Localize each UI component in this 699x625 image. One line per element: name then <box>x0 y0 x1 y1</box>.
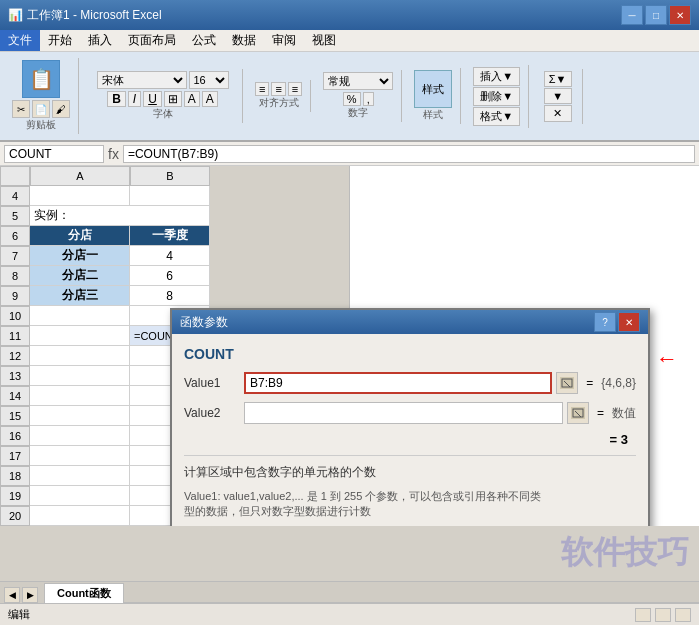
minimize-button[interactable]: ─ <box>621 5 643 25</box>
format-painter-button[interactable]: 🖌 <box>52 100 70 118</box>
sum-button[interactable]: Σ▼ <box>544 71 572 87</box>
title-bar-controls[interactable]: ─ □ ✕ <box>621 5 691 25</box>
dialog-title-text: 函数参数 <box>180 314 228 331</box>
scroll-sheet-left-btn[interactable]: ◀ <box>4 587 20 603</box>
dialog-help-btn[interactable]: ? <box>594 312 616 332</box>
dialog-result-text: = 3 <box>610 432 628 447</box>
maximize-button[interactable]: □ <box>645 5 667 25</box>
cell-a12[interactable] <box>30 346 130 366</box>
percent-button[interactable]: % <box>343 92 361 106</box>
cell-a17[interactable] <box>30 446 130 466</box>
number-format-select[interactable]: 常规 <box>323 72 393 90</box>
formula-input[interactable]: =COUNT(B7:B9) <box>123 145 695 163</box>
excel-icon: 📊 <box>8 8 23 22</box>
name-box[interactable]: COUNT <box>4 145 104 163</box>
cell-a20[interactable] <box>30 506 130 526</box>
dialog-value2-row: Value2 = 数值 <box>184 402 636 424</box>
format-button[interactable]: 格式▼ <box>473 107 520 126</box>
menu-insert[interactable]: 插入 <box>80 30 120 51</box>
row-header-6: 6 <box>0 226 30 246</box>
cell-b4[interactable] <box>130 186 210 206</box>
cell-a11[interactable] <box>30 326 130 346</box>
row-header-20: 20 <box>0 506 30 526</box>
dialog-value-desc-text2: 型的数据，但只对数字型数据进行计数 <box>184 505 371 517</box>
cell-a18[interactable] <box>30 466 130 486</box>
dialog-value2-input[interactable] <box>244 402 563 424</box>
menu-formulas[interactable]: 公式 <box>184 30 224 51</box>
cell-a9[interactable]: 分店三 <box>30 286 130 306</box>
paste-group-label: 剪贴板 <box>26 118 56 132</box>
cell-a7[interactable]: 分店一 <box>30 246 130 266</box>
delete-button[interactable]: 删除▼ <box>473 87 520 106</box>
align-right-button[interactable]: ≡ <box>288 82 302 96</box>
dialog-value1-label: Value1 <box>184 376 244 390</box>
dialog-value1-result: {4,6,8} <box>601 376 636 390</box>
cell-a13[interactable] <box>30 366 130 386</box>
border-button[interactable]: ⊞ <box>164 91 182 107</box>
status-btn1[interactable] <box>635 608 651 622</box>
number-group-label: 数字 <box>348 106 368 120</box>
cell-b7[interactable]: 4 <box>130 246 210 266</box>
menu-review[interactable]: 审阅 <box>264 30 304 51</box>
comma-button[interactable]: , <box>363 92 374 106</box>
dialog-desc-text: 计算区域中包含数字的单元格的个数 <box>184 465 376 479</box>
copy-button[interactable]: 📄 <box>32 100 50 118</box>
dialog-value1-input[interactable] <box>244 372 552 394</box>
align-center-button[interactable]: ≡ <box>271 82 285 96</box>
dialog-value1-eq: = <box>586 376 593 390</box>
cell-b9[interactable]: 8 <box>130 286 210 306</box>
cell-a14[interactable] <box>30 386 130 406</box>
cell-a15[interactable] <box>30 406 130 426</box>
ribbon-edit-group: Σ▼ ▼ ✕ <box>533 69 583 124</box>
cell-a6[interactable]: 分店 <box>30 226 130 246</box>
fill-color-button[interactable]: A <box>184 91 200 107</box>
menu-file[interactable]: 文件 <box>0 30 40 51</box>
cell-a5[interactable]: 实例： <box>30 206 210 226</box>
cell-a10[interactable] <box>30 306 130 326</box>
cut-button[interactable]: ✂ <box>12 100 30 118</box>
align-left-button[interactable]: ≡ <box>255 82 269 96</box>
dialog-overlay: 函数参数 ? ✕ COUNT Value1 = <box>170 308 650 526</box>
font-family-select[interactable]: 宋体 <box>97 71 187 89</box>
menu-data[interactable]: 数据 <box>224 30 264 51</box>
align-group-label: 对齐方式 <box>259 96 299 110</box>
italic-button[interactable]: I <box>128 91 141 107</box>
underline-button[interactable]: U <box>143 91 162 107</box>
dialog-description: 计算区域中包含数字的单元格的个数 <box>184 455 636 481</box>
row-header-10: 10 <box>0 306 30 326</box>
paste-button[interactable]: 📋 <box>22 60 60 98</box>
ribbon-align-group: ≡ ≡ ≡ 对齐方式 <box>247 80 311 112</box>
menu-view[interactable]: 视图 <box>304 30 344 51</box>
row-header-11: 11 <box>0 326 30 346</box>
cell-a19[interactable] <box>30 486 130 506</box>
dialog-value2-refbtn[interactable] <box>567 402 589 424</box>
status-btn3[interactable] <box>675 608 691 622</box>
cell-b6[interactable]: 一季度 <box>130 226 210 246</box>
sheet-tab-count[interactable]: Count函数 <box>44 583 124 603</box>
fill-button[interactable]: ▼ <box>544 88 572 104</box>
ribbon-style-group: 样式 样式 <box>406 68 461 124</box>
row-header-19: 19 <box>0 486 30 506</box>
dialog-value2-wrap: = 数值 <box>244 402 636 424</box>
cell-b8[interactable]: 6 <box>130 266 210 286</box>
title-bar-left: 📊 工作簿1 - Microsoft Excel <box>8 7 162 24</box>
row-5: 5 实例： <box>0 206 349 226</box>
font-color-button[interactable]: A <box>202 91 218 107</box>
status-btn2[interactable] <box>655 608 671 622</box>
close-button[interactable]: ✕ <box>669 5 691 25</box>
cell-a4[interactable] <box>30 186 130 206</box>
insert-button[interactable]: 插入▼ <box>473 67 520 86</box>
cell-a16[interactable] <box>30 426 130 446</box>
dialog-value1-refbtn[interactable] <box>556 372 578 394</box>
clear-button[interactable]: ✕ <box>544 105 572 122</box>
menu-pagelayout[interactable]: 页面布局 <box>120 30 184 51</box>
scroll-sheet-right-btn[interactable]: ▶ <box>22 587 38 603</box>
ribbon-number-group: 常规 % , 数字 <box>315 70 402 122</box>
cell-a8[interactable]: 分店二 <box>30 266 130 286</box>
dialog-close-btn[interactable]: ✕ <box>618 312 640 332</box>
bold-button[interactable]: B <box>107 91 126 107</box>
menu-home[interactable]: 开始 <box>40 30 80 51</box>
style-button[interactable]: 样式 <box>414 70 452 108</box>
formula-separator: fx <box>108 146 119 162</box>
font-size-select[interactable]: 16 <box>189 71 229 89</box>
